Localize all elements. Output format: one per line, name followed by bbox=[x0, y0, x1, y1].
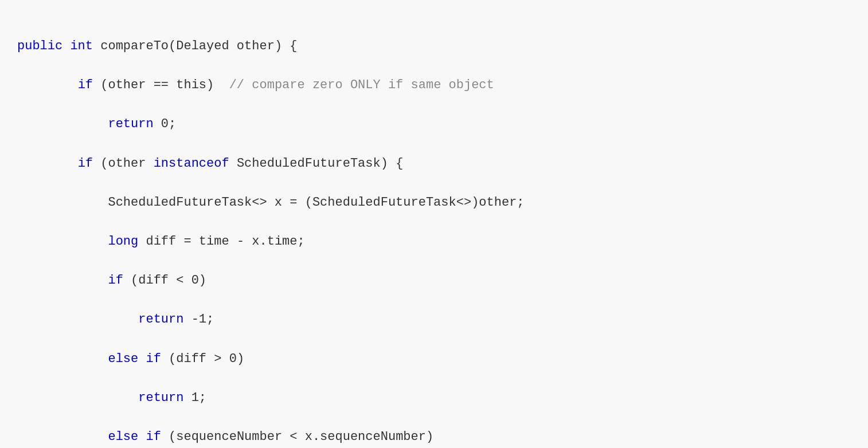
code-line-7: if (diff < 0) bbox=[17, 271, 851, 290]
code-viewer: public int compareTo(Delayed other) { if… bbox=[17, 11, 851, 448]
code-line-5: ScheduledFutureTask<> x = (ScheduledFutu… bbox=[17, 193, 851, 213]
code-line-8: return -1; bbox=[17, 310, 851, 329]
code-line-2: if (other == this) // compare zero ONLY … bbox=[17, 76, 851, 95]
code-line-10: return 1; bbox=[17, 388, 851, 408]
code-line-11: else if (sequenceNumber < x.sequenceNumb… bbox=[17, 427, 851, 447]
code-line-6: long diff = time - x.time; bbox=[17, 232, 851, 251]
code-line-3: return 0; bbox=[17, 115, 851, 134]
code-line-4: if (other instanceof ScheduledFutureTask… bbox=[17, 154, 851, 174]
code-line-9: else if (diff > 0) bbox=[17, 349, 851, 369]
code-line-1: public int compareTo(Delayed other) { bbox=[17, 37, 851, 56]
